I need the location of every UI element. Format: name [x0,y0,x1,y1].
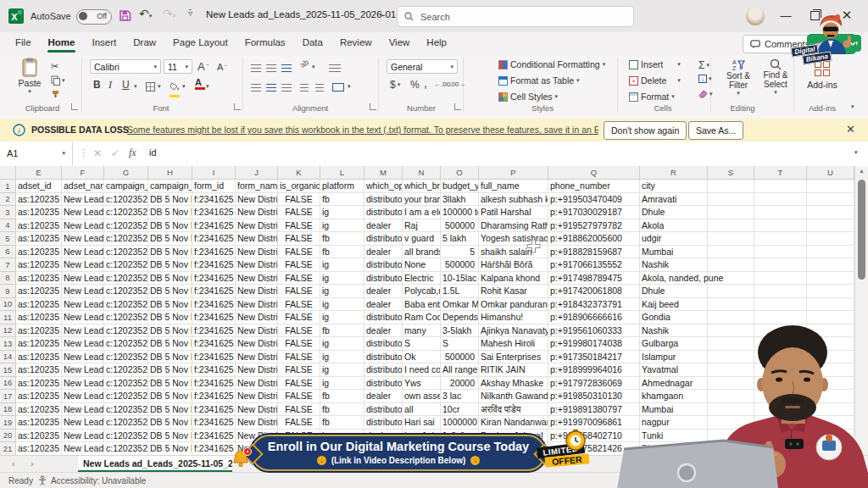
cell-J1[interactable]: form_nam [236,180,278,193]
cell-N1[interactable]: which_bra [403,180,441,193]
cell-S4[interactable] [708,219,754,233]
cell-J2[interactable]: New Distri [236,193,278,207]
cell-O11[interactable]: Depends o [441,311,479,324]
cell-N18[interactable]: all [403,403,441,417]
cell-G9[interactable]: c:1202352 [104,285,148,298]
cell-M14[interactable]: distributo [364,351,403,364]
cell-G14[interactable]: c:1202352 [104,351,148,364]
cell-E9[interactable]: as:120235 [16,285,62,298]
cell-J8[interactable]: New Distri [236,272,278,286]
cell-F4[interactable]: New Lead: [62,219,104,233]
menu-tab-insert[interactable]: Insert [83,32,125,53]
prev-sheet-icon[interactable]: ‹ [12,458,15,469]
cell-T4[interactable] [754,219,807,233]
cell-T8[interactable] [754,272,807,286]
cell-E10[interactable]: as:120235 [16,298,62,312]
cell-K1[interactable]: is_organic [278,180,320,193]
col-header-E[interactable]: E [16,166,62,180]
col-header-U[interactable]: U [807,166,854,180]
align-center-button[interactable] [266,80,276,96]
cell-F5[interactable]: New Lead: [62,232,104,246]
avatar[interactable] [746,7,765,25]
font-color-button[interactable]: A [195,78,205,90]
cell-J11[interactable]: New Distri [236,311,278,324]
cell-E19[interactable]: as:120235 [16,416,62,430]
cell-H4[interactable]: DB 5 Nov I [148,219,192,233]
dont-show-again-button[interactable]: Don't show again [604,121,687,140]
cell-M8[interactable]: distributo [364,272,403,286]
cell-G12[interactable]: c:1202352 [104,324,148,338]
cell-H2[interactable]: DB 5 Nov I [148,193,192,207]
select-all-corner[interactable] [0,166,16,180]
sort-filter-button[interactable]: AZ Sort & Filter▾ [721,58,756,97]
cell-L16[interactable]: ig [320,377,364,391]
cell-H13[interactable]: DB 5 Nov I [148,337,192,351]
cell-I9[interactable]: f:2341625 [192,285,236,298]
cell-N10[interactable]: Baba ente [403,298,441,312]
number-dialog-launcher[interactable] [454,103,461,110]
cell-K11[interactable]: FALSE [278,311,320,324]
cell-H6[interactable]: DB 5 Nov I [148,246,192,259]
cell-G17[interactable]: c:1202352 [104,390,148,403]
cell-O7[interactable]: 500000 [441,258,479,272]
cell-I14[interactable]: f:2341625 [192,351,236,364]
comma-style-button[interactable]: , [424,76,427,90]
menu-tab-file[interactable]: File [7,32,40,53]
cell-S1[interactable] [708,180,754,193]
bottom-align-button[interactable] [281,61,292,76]
cell-J3[interactable]: New Distri [236,206,278,219]
cell-K9[interactable]: FALSE [278,285,320,298]
cell-T10[interactable] [754,298,807,312]
cell-F7[interactable]: New Lead: [62,258,104,272]
cell-G6[interactable]: c:1202352 [104,246,148,259]
fill-color-dropdown[interactable]: ▾ [182,83,186,90]
find-select-button[interactable]: Find & Select▾ [758,58,793,96]
cell-T1[interactable] [754,180,807,193]
cell-Q6[interactable]: p:+918828159687 [548,246,640,259]
status-accessibility[interactable]: Accessibility: Unavailable [51,476,146,485]
fx-icon[interactable]: fx [129,147,136,159]
cell-E20[interactable]: as:120235 [16,430,62,443]
clipboard-dialog-launcher[interactable] [71,103,78,110]
col-header-S[interactable]: S [708,166,754,180]
cell-R4[interactable]: Akola [640,219,708,233]
cell-O3[interactable]: 100000 to [441,206,479,219]
col-header-T[interactable]: T [754,166,807,180]
cell-L4[interactable]: ig [320,219,364,233]
cell-E21[interactable]: as:120235 [16,442,62,456]
cell-L2[interactable]: fb [320,193,364,207]
percent-style-button[interactable]: % [410,79,420,91]
cell-N3[interactable]: I am a ele [403,206,441,219]
cell-S9[interactable] [708,285,754,298]
cell-M10[interactable]: dealer [364,298,403,312]
cell-N19[interactable]: Hari sai [403,416,441,430]
cell-L18[interactable]: fb [320,403,364,417]
cell-O5[interactable]: 5 lakh [441,232,479,246]
cell-Q10[interactable]: p:+918432373791 [548,298,640,312]
vertical-scroll-thumb[interactable] [858,180,865,280]
quick-access-toolbar-menu[interactable]: ▿̄ [188,8,192,18]
decrease-indent-button[interactable] [300,80,309,96]
cell-O15[interactable]: All range [441,363,479,377]
cell-F20[interactable]: New Lead: [62,430,104,443]
autosave-toggle[interactable]: Off [76,9,112,25]
cell-K18[interactable]: FALSE [278,403,320,417]
row-header-7[interactable]: 7 [0,258,16,272]
cell-L1[interactable]: platform [320,180,364,193]
cell-N11[interactable]: Ram Cook [403,311,441,324]
cell-M4[interactable]: dealer [364,219,403,233]
cell-T3[interactable] [754,206,807,219]
cell-G21[interactable]: c:1202352 [104,442,148,456]
format-cells-button[interactable]: Format▾ [629,92,675,102]
cell-M12[interactable]: dealer [364,324,403,338]
cell-O8[interactable]: 10-15lac [441,272,479,286]
cell-K15[interactable]: FALSE [278,363,320,377]
cell-J10[interactable]: New Distri [236,298,278,312]
cell-H11[interactable]: DB 5 Nov I [148,311,192,324]
cell-H7[interactable]: DB 5 Nov I [148,258,192,272]
cell-F11[interactable]: New Lead: [62,311,104,324]
cell-N15[interactable]: I need coc [403,363,441,377]
cell-H18[interactable]: DB 5 Nov I [148,403,192,417]
cell-Q3[interactable]: p:+917030029187 [548,206,640,219]
cell-J7[interactable]: New Distri [236,258,278,272]
